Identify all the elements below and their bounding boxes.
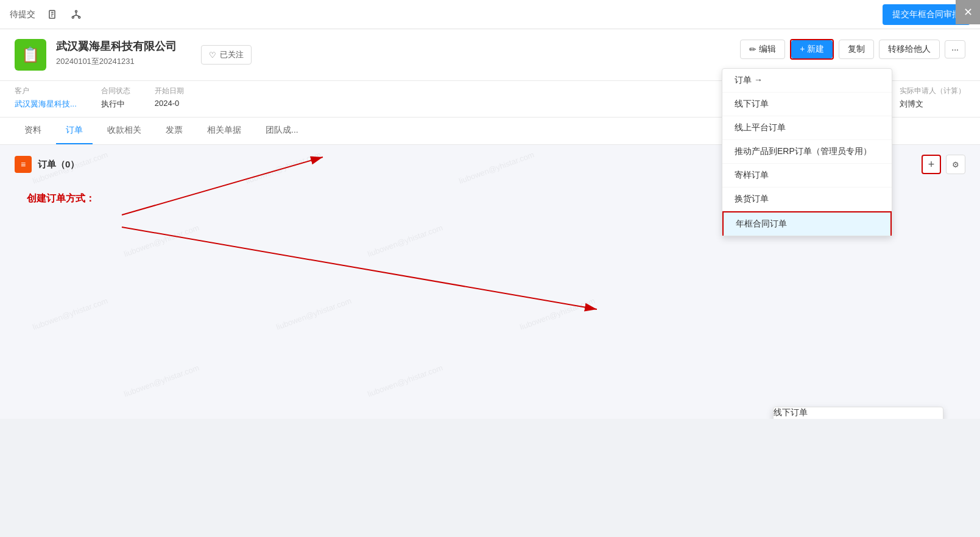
top-dropdown-menu: 订单 → 线下订单 线上平台订单 推动产品到ERP订单（管理员专用） 寄样订单 … <box>722 68 892 236</box>
company-info: 武汉翼海星科技有限公司 20240101至20241231 <box>56 39 177 67</box>
doc-icon[interactable] <box>48 9 58 20</box>
menu-item-exchange[interactable]: 换货订单 <box>722 188 892 211</box>
section-right: + ⚙ <box>922 155 965 174</box>
section-title-text: 订单（0） <box>38 159 79 170</box>
right-menu-online[interactable]: 线上平台订单 <box>774 418 943 419</box>
menu-item-erp[interactable]: 推动产品到ERP订单（管理员专用） <box>722 140 892 164</box>
top-dropdown-title: 订单 → <box>722 69 892 93</box>
wm4: liubowen@yhistar.com <box>122 223 200 259</box>
company-header: 📋 武汉翼海星科技有限公司 20240101至20241231 ♡ 已关注 ✏ … <box>0 29 980 81</box>
tab-order[interactable]: 订单 <box>56 118 93 144</box>
wm5: liubowen@yhistar.com <box>366 223 444 259</box>
applicant-label: 实际申请人（计算） <box>900 86 965 96</box>
new-btn[interactable]: + 新建 <box>791 40 833 58</box>
tab-related[interactable]: 相关单据 <box>197 118 251 144</box>
customer-meta: 客户 武汉翼海星科技... <box>15 86 77 110</box>
wm10: liubowen@yhistar.com <box>366 363 444 399</box>
status-meta: 合同状态 执行中 <box>101 86 130 110</box>
start-date-label: 开始日期 <box>155 86 184 96</box>
company-icon-char: 📋 <box>21 46 40 63</box>
edit-icon: ✏ <box>749 44 756 54</box>
right-menu-offline[interactable]: 线下订单 <box>774 407 943 418</box>
section-add-btn[interactable]: + <box>922 155 941 174</box>
tab-invoice[interactable]: 发票 <box>156 118 192 144</box>
action-buttons: ✏ 编辑 + 新建 复制 转移给他人 ··· 订单 → 线下订单 线上平台订单 … <box>740 39 965 60</box>
svg-line-12 <box>122 227 597 309</box>
status-value: 执行中 <box>101 99 130 110</box>
tab-info[interactable]: 资料 <box>15 118 51 144</box>
svg-point-4 <box>76 10 77 12</box>
heart-icon: ♡ <box>209 51 216 60</box>
section-icon: ≡ <box>15 156 32 173</box>
svg-point-6 <box>79 16 80 18</box>
wm8: liubowen@yhistar.com <box>518 296 596 332</box>
org-icon[interactable] <box>71 9 82 20</box>
close-btn[interactable]: ✕ <box>956 0 980 24</box>
wm7: liubowen@yhistar.com <box>275 296 353 332</box>
tab-payment[interactable]: 收款相关 <box>97 118 151 144</box>
right-dropdown-menu: 线下订单 线上平台订单 推动产品到ERP订单（管理员专用） 寄样订单 换货订单 … <box>773 407 943 419</box>
company-name: 武汉翼海星科技有限公司 <box>56 39 177 54</box>
svg-line-8 <box>73 15 76 16</box>
copy-btn[interactable]: 复制 <box>839 40 874 59</box>
svg-line-9 <box>76 15 79 16</box>
top-toolbar: 待提交 提交年框合同审批 ✕ <box>0 0 980 29</box>
company-icon: 📋 <box>15 39 46 71</box>
start-date-value: 2024-0 <box>155 99 184 108</box>
follow-label: 已关注 <box>220 49 244 60</box>
status-label: 合同状态 <box>101 86 130 96</box>
svg-point-5 <box>72 16 74 18</box>
tab-team[interactable]: 团队成... <box>256 118 308 144</box>
toolbar-left: 待提交 <box>10 9 82 20</box>
gear-btn[interactable]: ⚙ <box>946 155 965 174</box>
menu-item-offline[interactable]: 线下订单 <box>722 93 892 116</box>
pending-label: 待提交 <box>10 9 35 20</box>
menu-item-sample[interactable]: 寄样订单 <box>722 164 892 188</box>
company-left: 📋 武汉翼海星科技有限公司 20240101至20241231 ♡ 已关注 <box>15 39 252 71</box>
applicant-value: 刘博文 <box>900 99 965 110</box>
date-range: 20240101至20241231 <box>56 56 177 67</box>
applicant-meta: 实际申请人（计算） 刘博文 <box>900 86 965 110</box>
new-btn-wrapper: + 新建 <box>790 39 834 60</box>
edit-btn[interactable]: ✏ 编辑 <box>740 40 785 59</box>
customer-value[interactable]: 武汉翼海星科技... <box>15 99 77 110</box>
customer-label: 客户 <box>15 86 77 96</box>
menu-item-annual[interactable]: 年框合同订单 <box>722 211 892 236</box>
wm6: liubowen@yhistar.com <box>31 296 109 332</box>
wm9: liubowen@yhistar.com <box>122 363 200 399</box>
more-btn[interactable]: ··· <box>945 40 965 58</box>
follow-btn[interactable]: ♡ 已关注 <box>201 45 252 65</box>
transfer-btn[interactable]: 转移给他人 <box>879 40 940 59</box>
section-title: ≡ 订单（0） <box>15 156 79 173</box>
menu-item-online[interactable]: 线上平台订单 <box>722 116 892 140</box>
start-date-meta: 开始日期 2024-0 <box>155 86 184 110</box>
